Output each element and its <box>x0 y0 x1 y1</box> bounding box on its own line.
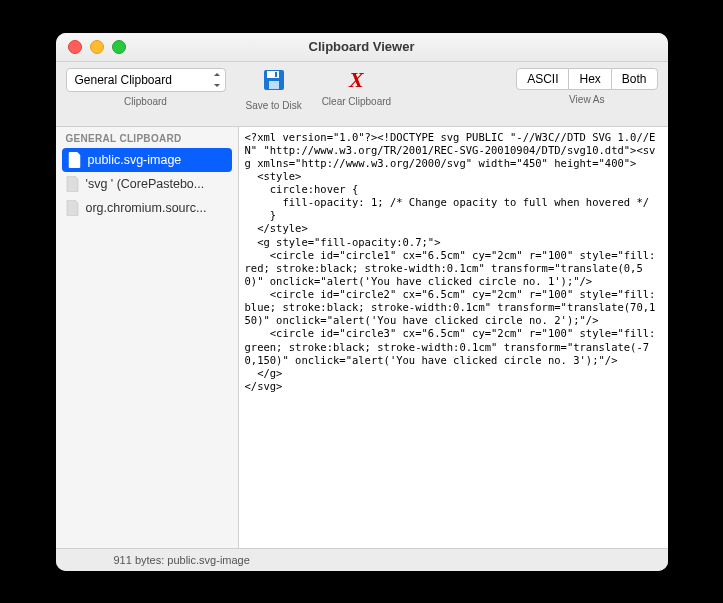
clipboard-dropdown-value: General Clipboard <box>75 73 172 87</box>
viewas-label: View As <box>569 94 604 105</box>
statusbar: 911 bytes: public.svg-image <box>56 548 668 571</box>
clipboard-group: General Clipboard Clipboard <box>66 68 226 107</box>
svg-rect-1 <box>267 71 279 78</box>
clear-label: Clear Clipboard <box>322 96 391 107</box>
svg-rect-2 <box>269 81 279 89</box>
sidebar-item[interactable]: public.svg-image <box>62 148 232 172</box>
minimize-icon[interactable] <box>90 40 104 54</box>
floppy-disk-icon[interactable] <box>262 68 286 96</box>
svg-rect-3 <box>275 72 277 77</box>
sidebar-item[interactable]: 'svg ' (CorePastebo... <box>56 172 238 196</box>
window-title: Clipboard Viewer <box>56 39 668 54</box>
clipboard-label: Clipboard <box>124 96 167 107</box>
maximize-icon[interactable] <box>112 40 126 54</box>
seg-hex[interactable]: Hex <box>569 69 611 89</box>
seg-ascii[interactable]: ASCII <box>517 69 569 89</box>
document-icon <box>68 152 82 168</box>
save-group: Save to Disk <box>246 68 302 111</box>
traffic-lights <box>56 40 126 54</box>
document-icon <box>66 176 80 192</box>
content-text: <?xml version="1.0"?><!DOCTYPE svg PUBLI… <box>245 131 662 394</box>
titlebar[interactable]: Clipboard Viewer <box>56 33 668 62</box>
seg-both[interactable]: Both <box>612 69 657 89</box>
sidebar-header: GENERAL CLIPBOARD <box>56 127 238 148</box>
sidebar: GENERAL CLIPBOARD public.svg-image'svg '… <box>56 127 239 548</box>
clear-group: X Clear Clipboard <box>322 68 391 107</box>
status-text: 911 bytes: public.svg-image <box>114 554 250 566</box>
viewas-segmented: ASCII Hex Both <box>516 68 657 90</box>
x-icon[interactable]: X <box>349 68 364 92</box>
sidebar-item[interactable]: org.chromium.sourc... <box>56 196 238 220</box>
document-icon <box>66 200 80 216</box>
save-label: Save to Disk <box>246 100 302 111</box>
clipboard-dropdown[interactable]: General Clipboard <box>66 68 226 92</box>
content-pane[interactable]: <?xml version="1.0"?><!DOCTYPE svg PUBLI… <box>239 127 668 548</box>
sidebar-item-label: org.chromium.sourc... <box>86 201 207 215</box>
close-icon[interactable] <box>68 40 82 54</box>
sidebar-item-label: 'svg ' (CorePastebo... <box>86 177 205 191</box>
sidebar-item-label: public.svg-image <box>88 153 182 167</box>
body: GENERAL CLIPBOARD public.svg-image'svg '… <box>56 127 668 548</box>
toolbar: General Clipboard Clipboard Save to Disk… <box>56 62 668 127</box>
app-window: Clipboard Viewer General Clipboard Clipb… <box>56 33 668 571</box>
viewas-group: ASCII Hex Both View As <box>516 68 657 105</box>
